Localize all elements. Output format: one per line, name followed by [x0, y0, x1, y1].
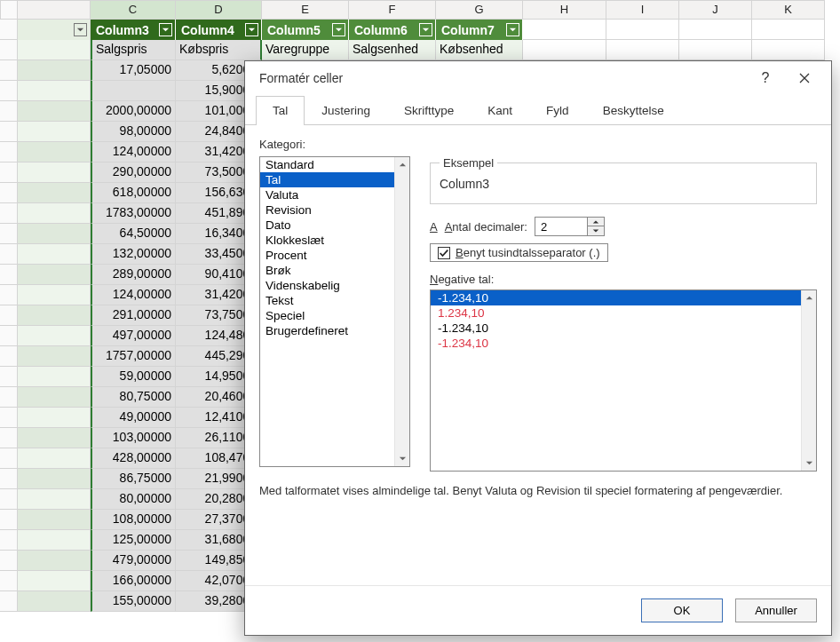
- cell-col-c[interactable]: 103,00000: [91, 428, 176, 448]
- col-letter-b[interactable]: [18, 0, 91, 20]
- empty-cell[interactable]: [752, 40, 825, 60]
- category-item[interactable]: Valuta: [260, 187, 409, 202]
- col-letter-d[interactable]: D: [176, 0, 262, 20]
- cell-col-c[interactable]: 132,00000: [91, 244, 176, 265]
- cell-col-c[interactable]: 289,00000: [91, 265, 176, 285]
- category-item[interactable]: Tekst: [260, 293, 409, 308]
- cell-col-c[interactable]: 290,00000: [91, 162, 176, 183]
- negative-format-item[interactable]: 1.234,10: [431, 305, 816, 321]
- col-letter-c[interactable]: C: [91, 0, 176, 20]
- negative-format-item[interactable]: -1.234,10: [431, 336, 816, 351]
- negative-format-item[interactable]: -1.234,10: [431, 290, 816, 305]
- cell[interactable]: [18, 591, 91, 612]
- cell[interactable]: [18, 142, 91, 162]
- cell-col-c[interactable]: 59,00000: [91, 367, 176, 387]
- table-header-column4[interactable]: Column4: [176, 20, 262, 40]
- col-letter-h[interactable]: H: [523, 0, 606, 20]
- category-item[interactable]: Brugerdefineret: [260, 323, 409, 338]
- category-item[interactable]: Speciel: [260, 308, 409, 323]
- filter-dropdown-icon[interactable]: [245, 23, 258, 36]
- cell-col-c[interactable]: 291,00000: [91, 305, 176, 326]
- cell[interactable]: [18, 530, 91, 551]
- cell-col-c[interactable]: 2000,00000: [91, 101, 176, 122]
- tab-skrifttype[interactable]: Skrifttype: [387, 96, 471, 125]
- col-letter-j[interactable]: J: [679, 0, 752, 20]
- table-header-column3[interactable]: Column3: [91, 20, 176, 40]
- empty-cell[interactable]: [523, 20, 606, 40]
- scroll-down-icon[interactable]: [395, 451, 410, 466]
- cell[interactable]: [18, 203, 91, 224]
- cell-col-c[interactable]: 618,00000: [91, 183, 176, 203]
- cell-col-c[interactable]: 166,00000: [91, 571, 176, 591]
- category-item[interactable]: Procent: [260, 248, 409, 263]
- table-header-column7[interactable]: Column7: [436, 20, 523, 40]
- cell-col-c[interactable]: 17,05000: [91, 60, 176, 81]
- cell-col-c[interactable]: 80,00000: [91, 489, 176, 510]
- empty-cell[interactable]: [606, 40, 679, 60]
- cell-col-c[interactable]: 497,00000: [91, 326, 176, 346]
- filter-dropdown-icon[interactable]: [506, 23, 519, 36]
- cell[interactable]: [18, 162, 91, 183]
- col-letter-e[interactable]: E: [262, 0, 349, 20]
- cell[interactable]: [18, 81, 91, 101]
- scroll-down-icon[interactable]: [802, 456, 817, 471]
- cell[interactable]: [18, 489, 91, 510]
- category-item[interactable]: Videnskabelig: [260, 278, 409, 293]
- cell[interactable]: [18, 428, 91, 448]
- cell-col-c[interactable]: 80,75000: [91, 387, 176, 408]
- empty-cell[interactable]: [606, 20, 679, 40]
- tab-kant[interactable]: Kant: [471, 96, 529, 125]
- cell[interactable]: [18, 183, 91, 203]
- table-header-column5[interactable]: Column5: [262, 20, 349, 40]
- tab-justering[interactable]: Justering: [305, 96, 387, 125]
- cell-col-c[interactable]: 124,00000: [91, 142, 176, 162]
- category-item[interactable]: Dato: [260, 218, 409, 233]
- scrollbar[interactable]: [394, 157, 409, 466]
- negative-listbox[interactable]: -1.234,101.234,10-1.234,10-1.234,10: [430, 289, 817, 472]
- filter-dropdown-icon[interactable]: [419, 23, 432, 36]
- spin-up-icon[interactable]: [588, 218, 604, 226]
- cell[interactable]: [18, 60, 91, 81]
- cell-salgsenhed-label[interactable]: Salgsenhed: [349, 40, 436, 60]
- cell[interactable]: [18, 367, 91, 387]
- cancel-button[interactable]: Annuller: [735, 598, 817, 622]
- empty-cell[interactable]: [752, 20, 825, 40]
- cell[interactable]: [18, 387, 91, 408]
- category-listbox[interactable]: StandardTalValutaRevisionDatoKlokkeslætP…: [259, 156, 410, 467]
- cell-kobsenhed-label[interactable]: Købsenhed: [436, 40, 523, 60]
- cell-varegruppe-label[interactable]: Varegruppe: [262, 40, 349, 60]
- scrollbar[interactable]: [801, 290, 816, 471]
- col-letter-f[interactable]: F: [349, 0, 436, 20]
- col-letter-i[interactable]: I: [606, 0, 679, 20]
- cell-col-c[interactable]: 98,00000: [91, 122, 176, 142]
- help-button[interactable]: ?: [746, 65, 785, 91]
- cell-salgspris-label[interactable]: Salgspris: [91, 40, 176, 60]
- cell[interactable]: [18, 571, 91, 591]
- cell-col-c[interactable]: 64,50000: [91, 224, 176, 244]
- tab-beskyttelse[interactable]: Beskyttelse: [586, 96, 681, 125]
- cell-col-c[interactable]: 108,00000: [91, 510, 176, 530]
- cell[interactable]: [18, 244, 91, 265]
- category-item[interactable]: Klokkeslæt: [260, 233, 409, 248]
- cell-kobspris-label[interactable]: Købspris: [176, 40, 262, 60]
- cell-col-c[interactable]: 479,00000: [91, 551, 176, 571]
- cell[interactable]: [18, 305, 91, 326]
- filter-dropdown-icon[interactable]: [332, 23, 345, 36]
- filter-dropdown-icon[interactable]: [74, 23, 87, 36]
- scroll-up-icon[interactable]: [395, 157, 410, 172]
- negative-format-item[interactable]: -1.234,10: [431, 321, 816, 336]
- cell[interactable]: [18, 40, 91, 60]
- col-letter-k[interactable]: K: [752, 0, 825, 20]
- cell-col-c[interactable]: [91, 81, 176, 101]
- cell[interactable]: [18, 469, 91, 489]
- cell-col-c[interactable]: 124,00000: [91, 285, 176, 305]
- cell[interactable]: [18, 510, 91, 530]
- cell[interactable]: [18, 101, 91, 122]
- category-item[interactable]: Brøk: [260, 263, 409, 278]
- cell-col-c[interactable]: 1783,00000: [91, 203, 176, 224]
- tab-tal[interactable]: Tal: [256, 96, 305, 125]
- cell[interactable]: [18, 326, 91, 346]
- category-item[interactable]: Standard: [260, 157, 409, 172]
- cell[interactable]: [18, 224, 91, 244]
- cell[interactable]: [18, 285, 91, 305]
